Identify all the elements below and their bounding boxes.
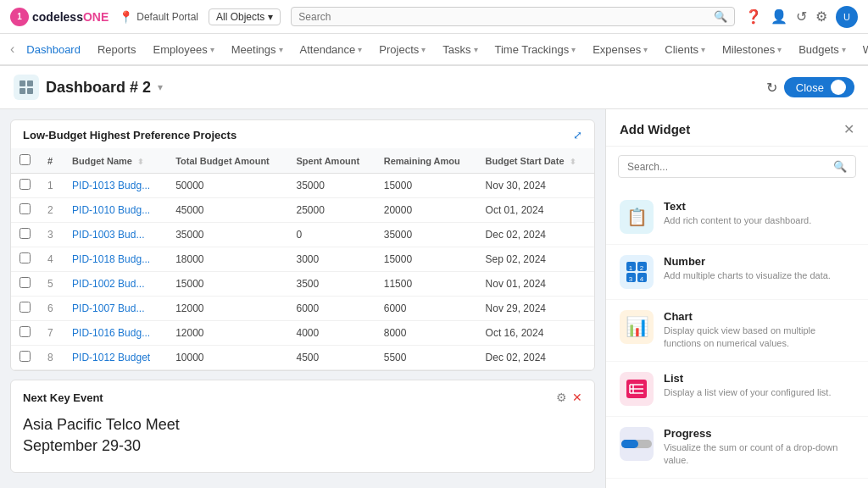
row-checkbox[interactable] [19, 302, 31, 313]
budget-name-link[interactable]: PID-1012 Budget [72, 352, 150, 363]
refresh-button[interactable]: ↻ [766, 80, 777, 96]
widget-item-name: Number [664, 255, 854, 268]
row-num: 2 [39, 198, 64, 223]
widget-item-number[interactable]: 1 2 3 4 Number Add multiple charts to vi… [606, 245, 868, 300]
nav-milestones-label: Milestones [722, 43, 775, 56]
table-widget-title: Low-Budget Highest Preference Projects [23, 129, 236, 141]
svg-rect-2 [19, 88, 25, 94]
add-widget-close-button[interactable]: ✕ [843, 121, 854, 137]
expenses-chevron: ▾ [643, 45, 648, 54]
row-checkbox[interactable] [19, 326, 31, 337]
row-num: 5 [39, 272, 64, 297]
budget-name-link[interactable]: PID-1010 Budg... [72, 204, 150, 216]
row-checkbox-cell [11, 198, 39, 223]
budget-name-link[interactable]: PID-1018 Budg... [72, 253, 150, 265]
budget-name-link[interactable]: PID-1007 Bud... [72, 302, 144, 314]
row-total: 45000 [167, 198, 287, 223]
nav-item-expenses[interactable]: Expenses ▾ [584, 34, 656, 66]
row-checkbox[interactable] [19, 203, 31, 214]
event-text: Asia Pacific Telco MeetSeptember 29-30 [23, 414, 582, 457]
row-total: 35000 [167, 223, 287, 247]
widget-search-input[interactable] [627, 161, 828, 173]
row-total: 10000 [167, 346, 287, 370]
avatar[interactable]: U [836, 6, 858, 28]
svg-text:4: 4 [640, 275, 644, 283]
col-start[interactable]: Budget Start Date ⬍ [477, 148, 594, 174]
milestones-chevron: ▾ [777, 45, 782, 54]
widget-search-icon: 🔍 [833, 160, 847, 173]
nav-w-label: W [863, 43, 868, 56]
budget-name-sort[interactable]: ⬍ [137, 158, 144, 166]
widget-item-desc: Visualize the sum or count of a drop-dow… [664, 441, 854, 468]
close-toggle-button[interactable]: Close [784, 77, 854, 97]
widget-item-chart[interactable]: 📊 Chart Display quick view based on mult… [606, 300, 868, 362]
title-chevron-icon[interactable]: ▾ [158, 81, 163, 93]
logo-text: codelessONE [32, 10, 108, 24]
budget-name-link[interactable]: PID-1013 Budg... [72, 180, 150, 191]
row-checkbox[interactable] [19, 179, 31, 190]
start-date-sort[interactable]: ⬍ [570, 158, 576, 166]
nav-item-employees[interactable]: Employees ▾ [144, 34, 222, 66]
widget-item-progress[interactable]: Progress Visualize the sum or count of a… [606, 417, 868, 479]
portal-button[interactable]: 📍 Default Portal [119, 10, 198, 24]
row-spent: 4500 [287, 346, 375, 370]
budget-name-link[interactable]: PID-1003 Bud... [72, 229, 144, 241]
budget-name-link[interactable]: PID-1016 Budg... [72, 327, 150, 339]
toggle-circle [831, 80, 846, 95]
nav-item-projects[interactable]: Projects ▾ [370, 34, 434, 66]
user-icon[interactable]: 👤 [771, 8, 787, 25]
table-widget-header: Low-Budget Highest Preference Projects ⤢ [11, 120, 594, 148]
nav-item-reports[interactable]: Reports [89, 34, 145, 66]
nav-item-dashboard[interactable]: Dashboard [18, 34, 89, 66]
nav-item-milestones[interactable]: Milestones ▾ [714, 34, 790, 66]
settings-icon[interactable]: ⚙ [815, 8, 827, 25]
nav-item-clients[interactable]: Clients ▾ [656, 34, 714, 66]
widget-search[interactable]: 🔍 [618, 155, 856, 178]
row-spent: 25000 [287, 198, 375, 223]
add-widget-panel: Add Widget ✕ 🔍 📋 Text Add rich content t… [605, 109, 868, 488]
help-icon[interactable]: ❓ [745, 8, 762, 25]
expand-icon[interactable]: ⤢ [573, 129, 582, 141]
row-start: Nov 01, 2024 [477, 272, 594, 297]
col-budget-name[interactable]: Budget Name ⬍ [64, 148, 167, 174]
select-all-checkbox[interactable] [19, 154, 31, 165]
table-row: 2 PID-1010 Budg... 45000 25000 20000 Oct… [11, 198, 594, 223]
timetrackings-chevron: ▾ [571, 45, 576, 54]
row-budget-name: PID-1003 Bud... [64, 223, 167, 247]
col-total: Total Budget Amount [167, 148, 287, 174]
employees-chevron: ▾ [210, 45, 214, 54]
row-checkbox[interactable] [19, 228, 31, 239]
event-settings-icon[interactable]: ⚙ [556, 391, 567, 404]
nav-item-timetrackings[interactable]: Time Trackings ▾ [487, 34, 585, 66]
logo-icon: 1 [10, 8, 29, 26]
budget-name-link[interactable]: PID-1002 Bud... [72, 278, 144, 290]
row-total: 18000 [167, 247, 287, 272]
nav-clients-label: Clients [665, 43, 698, 56]
svg-rect-1 [27, 80, 33, 86]
event-close-icon[interactable]: ✕ [572, 391, 582, 404]
nav-reports-label: Reports [97, 43, 136, 56]
nav-item-tasks[interactable]: Tasks ▾ [434, 34, 486, 66]
row-start: Oct 01, 2024 [477, 198, 594, 223]
search-input[interactable] [298, 11, 709, 23]
nav-item-meetings[interactable]: Meetings ▾ [223, 34, 292, 66]
global-search[interactable]: 🔍 [291, 7, 735, 26]
table-row: 3 PID-1003 Bud... 35000 0 35000 Dec 02, … [11, 223, 594, 247]
row-num: 1 [39, 174, 64, 198]
select-all-header [11, 148, 39, 174]
nav-prev-button[interactable]: ‹ [7, 42, 18, 57]
row-start: Sep 02, 2024 [477, 247, 594, 272]
widget-item-list[interactable]: List Display a list view of your configu… [606, 362, 868, 417]
nav-item-budgets[interactable]: Budgets ▾ [790, 34, 854, 66]
row-checkbox[interactable] [19, 277, 31, 288]
svg-rect-0 [19, 80, 25, 86]
row-checkbox[interactable] [19, 252, 31, 263]
history-icon[interactable]: ↺ [796, 8, 807, 25]
nav-item-attendance[interactable]: Attendance ▾ [292, 34, 371, 66]
nav-bar: ‹ Dashboard Reports Employees ▾ Meetings… [0, 34, 868, 66]
widget-item-text[interactable]: 📋 Text Add rich content to your dashboar… [606, 190, 868, 245]
nav-item-w[interactable]: W [854, 34, 868, 66]
row-checkbox[interactable] [19, 351, 31, 362]
widget-item-gauge[interactable]: ⏱ Gauge [606, 479, 868, 488]
all-objects-dropdown[interactable]: All Objects ▾ [209, 8, 281, 25]
